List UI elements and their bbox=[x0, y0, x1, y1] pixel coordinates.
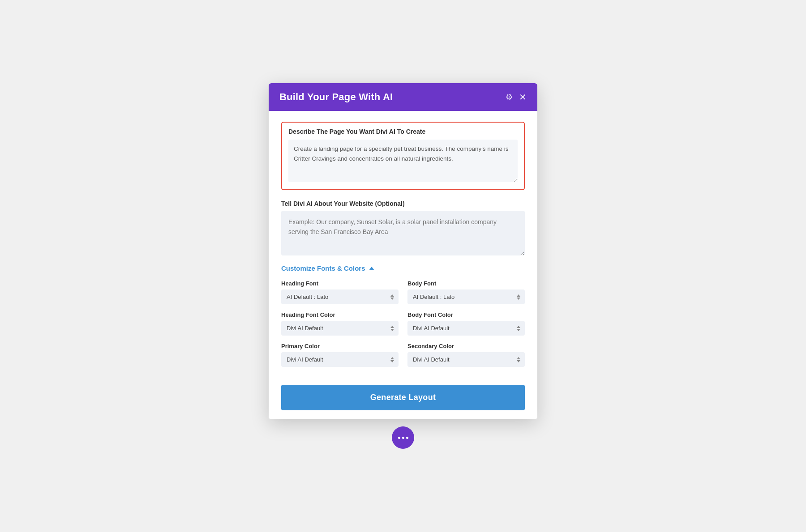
body-font-select-wrapper: AI Default : Lato bbox=[407, 289, 525, 304]
primary-color-select[interactable]: Divi AI Default bbox=[281, 352, 399, 367]
primary-color-group: Primary Color Divi AI Default bbox=[281, 343, 399, 367]
website-info-input[interactable] bbox=[281, 211, 525, 255]
modal-footer: Generate Layout bbox=[269, 378, 537, 419]
body-font-label: Body Font bbox=[407, 280, 525, 287]
heading-font-group: Heading Font AI Default : Lato bbox=[281, 280, 399, 304]
website-info-label: Tell Divi AI About Your Website (Optiona… bbox=[281, 200, 525, 207]
heading-font-color-select-wrapper: Divi AI Default bbox=[281, 321, 399, 336]
website-info-section: Tell Divi AI About Your Website (Optiona… bbox=[281, 200, 525, 255]
close-icon[interactable]: ✕ bbox=[519, 92, 527, 102]
page-background: Build Your Page With AI ⚙ ✕ Describe The… bbox=[269, 83, 537, 449]
dot-2 bbox=[402, 437, 404, 439]
heading-font-select[interactable]: AI Default : Lato bbox=[281, 289, 399, 304]
heading-font-color-group: Heading Font Color Divi AI Default bbox=[281, 311, 399, 336]
page-description-section: Describe The Page You Want Divi AI To Cr… bbox=[281, 122, 525, 190]
heading-font-select-wrapper: AI Default : Lato bbox=[281, 289, 399, 304]
body-font-group: Body Font AI Default : Lato bbox=[407, 280, 525, 304]
dots-icon bbox=[398, 437, 408, 439]
heading-font-color-select[interactable]: Divi AI Default bbox=[281, 321, 399, 336]
body-font-color-group: Body Font Color Divi AI Default bbox=[407, 311, 525, 336]
secondary-color-select-wrapper: Divi AI Default bbox=[407, 352, 525, 367]
secondary-color-group: Secondary Color Divi AI Default bbox=[407, 343, 525, 367]
triangle-up-icon bbox=[369, 267, 374, 270]
heading-font-color-label: Heading Font Color bbox=[281, 311, 399, 318]
page-description-input[interactable]: Create a landing page for a specialty pe… bbox=[288, 140, 518, 182]
body-font-select[interactable]: AI Default : Lato bbox=[407, 289, 525, 304]
body-font-color-select-wrapper: Divi AI Default bbox=[407, 321, 525, 336]
modal-header-icons: ⚙ ✕ bbox=[506, 92, 527, 102]
generate-layout-button[interactable]: Generate Layout bbox=[281, 385, 525, 410]
customize-toggle[interactable]: Customize Fonts & Colors bbox=[281, 264, 525, 272]
dot-1 bbox=[398, 437, 400, 439]
customize-toggle-label: Customize Fonts & Colors bbox=[281, 264, 365, 272]
body-font-color-label: Body Font Color bbox=[407, 311, 525, 318]
page-description-label: Describe The Page You Want Divi AI To Cr… bbox=[288, 128, 518, 135]
modal-header: Build Your Page With AI ⚙ ✕ bbox=[269, 83, 537, 111]
secondary-color-select[interactable]: Divi AI Default bbox=[407, 352, 525, 367]
heading-font-label: Heading Font bbox=[281, 280, 399, 287]
floating-action-button[interactable] bbox=[392, 426, 414, 449]
body-font-color-select[interactable]: Divi AI Default bbox=[407, 321, 525, 336]
primary-color-select-wrapper: Divi AI Default bbox=[281, 352, 399, 367]
fonts-colors-grid: Heading Font AI Default : Lato Body Font bbox=[281, 280, 525, 367]
secondary-color-label: Secondary Color bbox=[407, 343, 525, 349]
gear-icon[interactable]: ⚙ bbox=[506, 92, 513, 102]
modal-wrapper: Build Your Page With AI ⚙ ✕ Describe The… bbox=[269, 83, 537, 419]
primary-color-label: Primary Color bbox=[281, 343, 399, 349]
modal-body: Describe The Page You Want Divi AI To Cr… bbox=[269, 111, 537, 367]
modal-title: Build Your Page With AI bbox=[279, 91, 393, 103]
dot-3 bbox=[406, 437, 408, 439]
